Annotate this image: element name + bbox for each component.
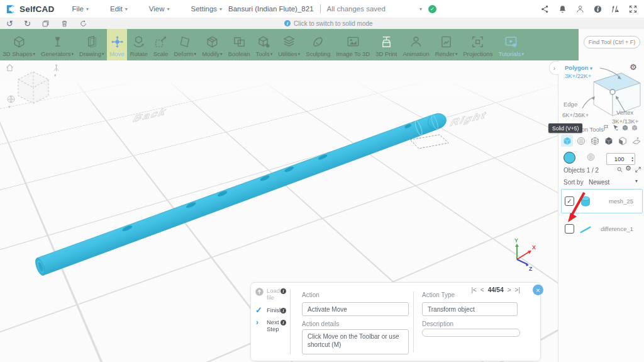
toolbar-item[interactable]: Rotate▾: [127, 29, 150, 60]
tool-icon: [110, 35, 125, 49]
view-mode-face[interactable]: [616, 135, 628, 147]
caret-down-icon: ▾: [33, 52, 36, 57]
shortcuts-icon[interactable]: [611, 4, 620, 14]
action-input[interactable]: Activate Move: [302, 302, 409, 316]
toolbar-item[interactable]: Tools▾: [253, 29, 275, 60]
toolbar-item[interactable]: Utilities▾: [275, 29, 303, 60]
view-mode-flat[interactable]: [630, 135, 642, 147]
view-mode-shaded-wire[interactable]: [602, 135, 614, 147]
flute-model[interactable]: [34, 110, 449, 276]
caret-down-icon: ▾: [125, 6, 128, 12]
info-icon[interactable]: i: [280, 308, 286, 314]
finish-check-icon: ✓: [255, 305, 262, 315]
texture-sphere-icon[interactable]: [586, 152, 596, 162]
cube-tool-icon[interactable]: [621, 124, 629, 132]
redo-icon[interactable]: ↻: [24, 20, 31, 28]
axis-gizmo: Y X Z: [514, 237, 536, 272]
toolbar-item[interactable]: 3D Shapes▾: [0, 29, 38, 60]
caret-down-icon: ▾: [72, 52, 74, 57]
fullscreen-icon[interactable]: [628, 4, 638, 14]
opacity-spinner[interactable]: 100 ▴▾: [606, 153, 635, 165]
tool-icon: [131, 35, 146, 49]
tool-icon: [470, 35, 485, 49]
selfcad-logo[interactable]: SelfCAD: [5, 4, 54, 14]
menu-item[interactable]: Edit▾: [110, 5, 128, 13]
mode-hint-text[interactable]: Click to switch to solid mode: [294, 20, 373, 27]
tool-icon: [178, 35, 192, 49]
sort-dropdown[interactable]: Newest: [589, 179, 609, 186]
close-icon[interactable]: ×: [533, 285, 543, 295]
action-details-input[interactable]: Click Move on the Toolbar or use shortcu…: [302, 329, 409, 354]
toolbar-item[interactable]: Render▾: [432, 29, 460, 60]
toolbar-item[interactable]: Modify▾: [199, 29, 226, 60]
step-load-file[interactable]: Load file: [267, 288, 282, 301]
menu-item[interactable]: File▾: [72, 5, 89, 13]
caret-down-icon: ▾: [167, 6, 170, 12]
reload-icon[interactable]: [79, 20, 87, 28]
last-step-button[interactable]: >|: [515, 286, 520, 293]
project-title[interactable]: Bansuri (Indian Flute)_821: [228, 5, 314, 13]
main-toolbar: 3D Shapes▾ Generators▾ Drawing▾ Move▾ Ro…: [0, 29, 579, 60]
menu-item[interactable]: View▾: [149, 5, 170, 13]
caret-down-icon: ▾: [455, 52, 458, 57]
toolbar-item[interactable]: Image To 3D▾: [333, 29, 373, 60]
prev-step-button[interactable]: <: [480, 286, 484, 293]
toolbar-item[interactable]: Deform▾: [171, 29, 199, 60]
info-icon[interactable]: i: [280, 320, 286, 325]
app-name: SelfCAD: [19, 4, 54, 14]
view-mode-wireframe-cube[interactable]: [589, 135, 601, 147]
info-icon[interactable]: [593, 4, 602, 14]
tool-icon: [346, 35, 360, 49]
toolbar-item[interactable]: Generators▾: [38, 29, 77, 60]
toolbar-item[interactable]: Move▾: [107, 29, 127, 60]
flag-icon[interactable]: [602, 124, 610, 132]
next-step-button[interactable]: >: [508, 286, 511, 293]
notifications-bell-icon[interactable]: [558, 4, 567, 14]
cursor-select-icon[interactable]: [612, 124, 619, 132]
copy-icon[interactable]: [42, 20, 50, 28]
panel-collapse-tab[interactable]: ›: [549, 61, 559, 75]
gear-icon[interactable]: ⚙: [625, 164, 631, 173]
tool-icon: [232, 35, 247, 49]
material-color-swatch[interactable]: [564, 152, 575, 164]
description-input[interactable]: [422, 329, 520, 337]
caret-down-icon[interactable]: ▾: [419, 6, 422, 12]
step-next[interactable]: Next Step: [267, 319, 282, 332]
toolbar-item[interactable]: Scale▾: [150, 29, 171, 60]
toolbar-item[interactable]: Tutorials▾: [496, 29, 527, 60]
toolbar-item[interactable]: Sculpting▾: [303, 29, 333, 60]
search-icon[interactable]: [616, 166, 623, 173]
caret-down-icon[interactable]: ▾: [635, 178, 638, 184]
delete-trash-icon[interactable]: [60, 20, 69, 28]
action-type-input[interactable]: Transform object: [422, 302, 518, 316]
caret-down-icon: ▾: [86, 6, 89, 12]
toolbar-item[interactable]: Projections▾: [460, 29, 496, 60]
find-tool-search[interactable]: Find Tool (Ctrl + F): [584, 36, 640, 48]
toolbar-item[interactable]: Drawing▾: [77, 29, 107, 60]
undo-icon[interactable]: ↺: [6, 20, 13, 28]
cube-tool-icon[interactable]: [631, 124, 638, 132]
view-mode-wireframe-sphere[interactable]: [575, 135, 587, 147]
action-type-label: Action Type: [422, 291, 455, 298]
first-step-button[interactable]: |<: [471, 286, 476, 293]
divider: [290, 289, 291, 354]
caret-down-icon: ▾: [521, 52, 524, 57]
title-bar: SelfCAD File▾ Edit▾ View▾ Settings▾ Bans…: [0, 0, 644, 18]
load-file-icon[interactable]: [255, 287, 264, 297]
object-name: difference_1: [601, 225, 633, 232]
toolbar-item[interactable]: 3D Print▾: [373, 29, 400, 60]
tutorial-nav: |< < 44/54 > >|: [471, 286, 520, 293]
action-details-label: Action details: [302, 320, 339, 327]
info-icon[interactable]: i: [280, 288, 286, 294]
menu-item[interactable]: Settings▾: [191, 5, 223, 13]
expand-icon[interactable]: [635, 166, 641, 173]
toolbar-item[interactable]: Animation▾: [400, 29, 432, 60]
toolbar-item[interactable]: Boolean▾: [225, 29, 253, 60]
step-finish[interactable]: Finish: [267, 307, 282, 314]
selfcad-logo-icon: [5, 4, 16, 14]
account-icon[interactable]: [575, 4, 585, 14]
axis-z-label: Z: [529, 266, 533, 272]
tool-icon: [257, 35, 271, 49]
view-mode-solid[interactable]: [561, 135, 573, 147]
share-icon[interactable]: [540, 4, 550, 14]
